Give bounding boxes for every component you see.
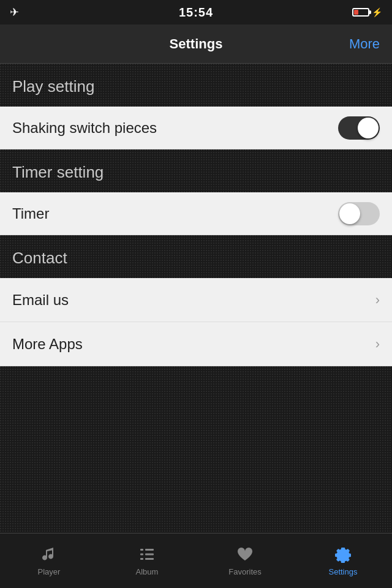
more-apps-row[interactable]: More Apps › — [0, 322, 392, 366]
shaking-switch-label: Shaking switch pieces — [12, 119, 157, 137]
svg-rect-3 — [140, 549, 143, 551]
svg-rect-1 — [145, 554, 154, 556]
tab-album-label: Album — [136, 567, 159, 576]
tab-settings[interactable]: Settings — [294, 545, 392, 576]
timer-setting-header: Timer setting — [0, 149, 392, 192]
more-button[interactable]: More — [349, 36, 380, 52]
nav-title: Settings — [170, 36, 223, 52]
email-us-label: Email us — [12, 292, 69, 309]
email-us-chevron: › — [375, 292, 380, 308]
status-time: 15:54 — [179, 6, 213, 20]
timer-label: Timer — [12, 205, 49, 222]
battery-icon — [352, 8, 369, 17]
shaking-switch-toggle[interactable] — [338, 116, 380, 140]
status-bar: ✈ 15:54 ⚡ — [0, 0, 392, 24]
play-setting-title: Play setting — [12, 77, 94, 96]
svg-rect-0 — [145, 549, 154, 551]
list-icon — [138, 545, 156, 564]
contact-title: Contact — [12, 249, 67, 268]
airplane-icon: ✈ — [10, 6, 19, 19]
more-apps-label: More Apps — [12, 336, 83, 353]
tab-player-label: Player — [38, 567, 61, 576]
timer-toggle[interactable] — [338, 202, 380, 225]
email-us-row[interactable]: Email us › — [0, 278, 392, 322]
svg-rect-4 — [140, 554, 143, 556]
svg-rect-5 — [140, 558, 143, 560]
heart-icon — [236, 545, 254, 564]
more-apps-chevron: › — [375, 336, 380, 352]
tab-settings-label: Settings — [329, 567, 358, 576]
shaking-switch-knob — [358, 118, 379, 138]
battery-area: ⚡ — [352, 7, 382, 17]
timer-setting-title: Timer setting — [12, 163, 104, 182]
tab-favorites[interactable]: Favorites — [196, 545, 294, 576]
tab-player[interactable]: Player — [0, 545, 98, 576]
bottom-dark-area — [0, 366, 392, 533]
gear-icon — [334, 545, 352, 564]
contact-header: Contact — [0, 235, 392, 278]
bolt-icon: ⚡ — [372, 7, 382, 17]
shaking-switch-row: Shaking switch pieces — [0, 107, 392, 149]
tab-album[interactable]: Album — [98, 545, 196, 576]
svg-rect-2 — [145, 558, 154, 560]
timer-row: Timer — [0, 192, 392, 235]
tab-favorites-label: Favorites — [228, 567, 261, 576]
settings-content: Play setting Shaking switch pieces Timer… — [0, 64, 392, 533]
tab-bar: Player Album Favorites Settings — [0, 533, 392, 588]
battery-fill — [354, 10, 358, 15]
music-note-icon — [40, 545, 58, 564]
timer-knob — [339, 203, 360, 224]
nav-bar: Settings More — [0, 24, 392, 64]
play-setting-header: Play setting — [0, 64, 392, 107]
